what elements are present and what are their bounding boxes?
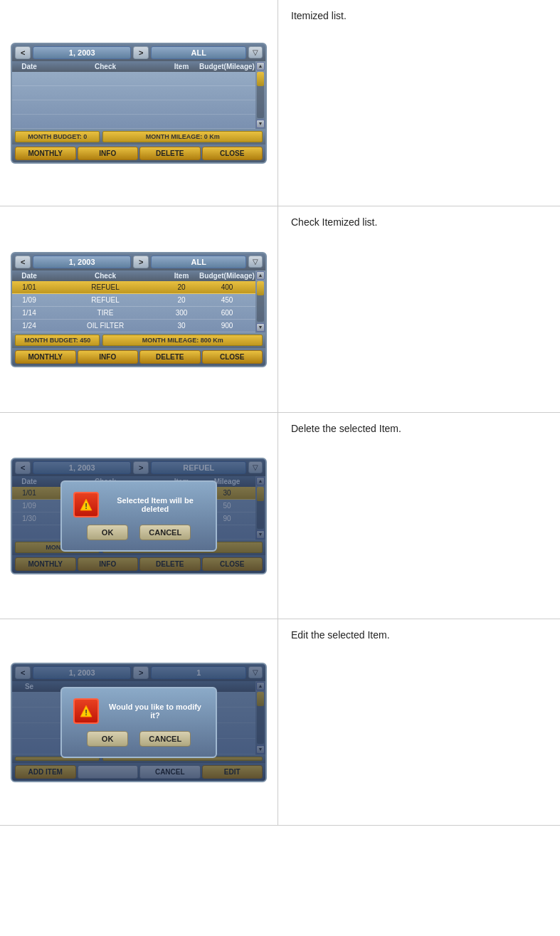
info-btn-1[interactable]: INFO	[78, 147, 139, 160]
table-main-1: Date Check Item Budget(Mileage)	[12, 61, 255, 129]
back-btn-2[interactable]: <	[15, 256, 31, 268]
scroll-track-2	[257, 281, 264, 322]
scroll-up-1[interactable]: ▲	[256, 62, 265, 70]
forward-btn-1[interactable]: >	[133, 46, 149, 59]
modal-content-4: ! Would you like to modify it?	[73, 698, 204, 724]
section-1: < 1, 2003 > ALL ▽ Date Check Item Budget…	[0, 0, 560, 206]
desc-col-3: Delete the selected Item.	[278, 413, 560, 619]
device-1: < 1, 2003 > ALL ▽ Date Check Item Budget…	[11, 43, 267, 164]
col-header-date-1: Date	[12, 63, 46, 70]
section-2: < 1, 2003 > ALL ▽ Date Check Item Budget…	[0, 206, 560, 413]
empty-row-1a	[12, 72, 255, 86]
bottom-bar-2: MONTHLY INFO DELETE CLOSE	[12, 348, 265, 366]
table-row-2-2[interactable]: 1/14 TIRE 300 600	[12, 307, 255, 320]
screenshot-col-2: < 1, 2003 > ALL ▽ Date Check Item Budget…	[0, 206, 278, 412]
col-header-budget-1: Budget(Mileage)	[199, 63, 255, 70]
table-row-2-3[interactable]: 1/24 OIL FILTER 30 900	[12, 320, 255, 332]
col-h-check-2: Check	[46, 272, 164, 280]
date-label-1: 1, 2003	[33, 46, 131, 59]
dropdown-btn-1[interactable]: ▽	[248, 46, 263, 58]
scrollbar-1: ▲ ▼	[255, 61, 265, 129]
desc-text-4: Edit the selected Item.	[291, 629, 390, 641]
scroll-down-2[interactable]: ▼	[256, 323, 265, 332]
modal-buttons-3: OK CANCEL	[87, 525, 191, 540]
table-header-2: Date Check Item Budget(Mileage)	[12, 270, 255, 281]
table-area-2: Date Check Item Budget(Mileage) 1/01 REF…	[12, 270, 265, 332]
modal-box-3: ! Selected Item will be deleted OK CANCE…	[60, 480, 217, 552]
filter-label-1: ALL	[151, 46, 246, 59]
cell-date-2-0: 1/01	[12, 283, 46, 291]
modal-content-3: ! Selected Item will be deleted	[73, 492, 204, 517]
modal-message-4: Would you like to modify it?	[106, 703, 204, 720]
modal-cancel-3[interactable]: CANCEL	[139, 525, 191, 540]
table-main-2: Date Check Item Budget(Mileage) 1/01 REF…	[12, 270, 255, 332]
scroll-down-1[interactable]: ▼	[256, 120, 265, 128]
top-bar-1: < 1, 2003 > ALL ▽	[12, 44, 265, 61]
section-3: < 1, 2003 > REFUEL ▽ Date Check Item Mil…	[0, 413, 560, 619]
screenshot-col-3: < 1, 2003 > REFUEL ▽ Date Check Item Mil…	[0, 413, 278, 619]
desc-col-2: Check Itemized list.	[278, 206, 560, 412]
delete-btn-2[interactable]: DELETE	[139, 350, 201, 364]
col-h-date-2: Date	[12, 272, 46, 280]
cell-item-2-2: 300	[164, 309, 199, 317]
modal-ok-4[interactable]: OK	[87, 731, 129, 747]
desc-col-4: Edit the selected Item.	[278, 619, 560, 825]
modal-cancel-4[interactable]: CANCEL	[139, 731, 191, 747]
modal-overlay-4: ! Would you like to modify it? OK CANCEL	[12, 664, 265, 781]
back-btn-1[interactable]: <	[15, 46, 31, 59]
scroll-thumb-1	[257, 72, 264, 86]
empty-row-1d	[12, 115, 255, 129]
modal-message-3: Selected Item will be deleted	[106, 496, 204, 513]
bottom-bar-1: MONTHLY INFO DELETE CLOSE	[12, 144, 265, 162]
svg-text:!: !	[85, 502, 88, 510]
close-btn-2[interactable]: CLOSE	[202, 350, 263, 364]
cell-date-2-3: 1/24	[12, 322, 46, 330]
table-area-1: Date Check Item Budget(Mileage) ▲	[12, 61, 265, 129]
cell-date-2-1: 1/09	[12, 296, 46, 304]
desc-col-1: Itemized list.	[278, 0, 560, 206]
cell-item-2-1: 20	[164, 296, 199, 304]
cell-budget-2-3: 900	[199, 322, 255, 330]
modal-overlay-3: ! Selected Item will be deleted OK CANCE…	[12, 459, 265, 573]
table-header-1: Date Check Item Budget(Mileage)	[12, 61, 255, 72]
dropdown-btn-2[interactable]: ▽	[248, 256, 263, 268]
status-budget-2: MONTH BUDGET: 450	[15, 335, 100, 346]
scroll-up-2[interactable]: ▲	[256, 271, 265, 280]
monthly-btn-2[interactable]: MONTHLY	[15, 350, 76, 364]
modal-ok-3[interactable]: OK	[87, 525, 129, 540]
screenshot-col-1: < 1, 2003 > ALL ▽ Date Check Item Budget…	[0, 0, 278, 206]
cell-item-2-0: 20	[164, 283, 199, 291]
status-mileage-1: MONTH MILEAGE: 0 Km	[102, 131, 263, 142]
col-h-budget-2: Budget(Mileage)	[199, 272, 255, 280]
status-bar-1: MONTH BUDGET: 0 MONTH MILEAGE: 0 Km	[12, 129, 265, 144]
col-h-item-2: Item	[164, 272, 199, 280]
cell-check-2-3: OIL FILTER	[46, 322, 164, 330]
empty-row-1c	[12, 100, 255, 115]
col-header-item-1: Item	[164, 63, 199, 70]
cell-check-2-0: REFUEL	[46, 283, 164, 291]
modal-box-4: ! Would you like to modify it? OK CANCEL	[60, 687, 217, 758]
warning-icon-3: !	[73, 492, 99, 517]
monthly-btn-1[interactable]: MONTHLY	[15, 147, 76, 160]
cell-budget-2-2: 600	[199, 309, 255, 317]
device-2: < 1, 2003 > ALL ▽ Date Check Item Budget…	[11, 252, 267, 367]
cell-item-2-3: 30	[164, 322, 199, 330]
date-label-2: 1, 2003	[33, 256, 131, 268]
info-btn-2[interactable]: INFO	[78, 350, 139, 364]
forward-btn-2[interactable]: >	[133, 256, 149, 268]
col-header-check-1: Check	[46, 63, 164, 70]
status-budget-1: MONTH BUDGET: 0	[15, 131, 100, 142]
scroll-thumb-2	[257, 281, 264, 295]
table-row-2-1[interactable]: 1/09 REFUEL 20 450	[12, 294, 255, 307]
scroll-track-1	[257, 72, 264, 118]
modal-buttons-4: OK CANCEL	[87, 731, 191, 747]
empty-row-1b	[12, 86, 255, 100]
delete-btn-1[interactable]: DELETE	[139, 147, 201, 160]
device-3: < 1, 2003 > REFUEL ▽ Date Check Item Mil…	[11, 458, 267, 574]
section-4: < 1, 2003 > 1 ▽ Se	[0, 619, 560, 826]
close-btn-1[interactable]: CLOSE	[202, 147, 263, 160]
desc-text-1: Itemized list.	[291, 10, 347, 21]
table-row-2-0[interactable]: 1/01 REFUEL 20 400	[12, 281, 255, 294]
status-bar-2: MONTH BUDGET: 450 MONTH MILEAGE: 800 Km	[12, 332, 265, 348]
cell-budget-2-0: 400	[199, 283, 255, 291]
